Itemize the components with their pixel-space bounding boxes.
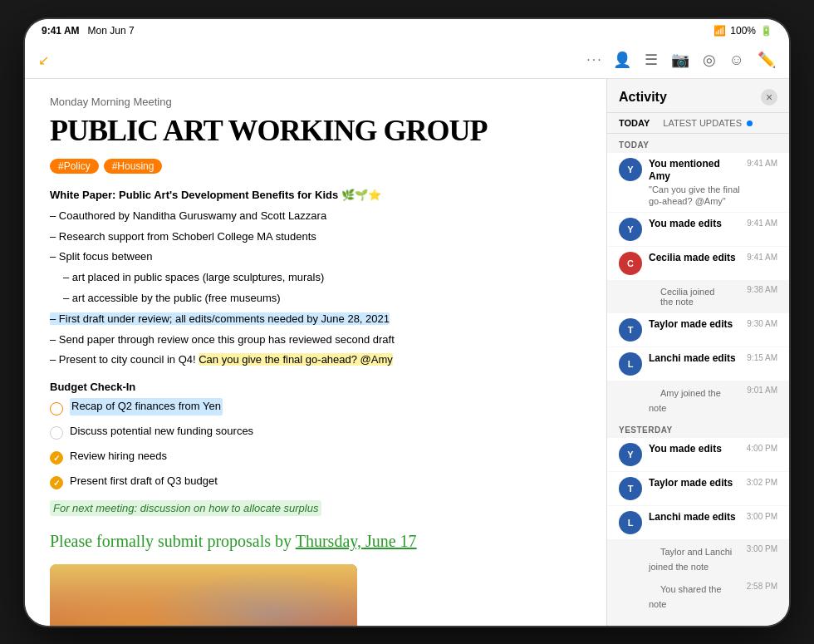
activity-text-taylor-edits-y: Taylor made edits [649,477,740,490]
camera-icon[interactable]: 📷 [671,51,689,69]
amy-join-text: Amy joined the note [649,386,721,415]
avatar-you-0: Y [619,158,642,181]
status-bar: 9:41 AM Mon Jun 7 📶 100% 🔋 [25,19,789,42]
wp-after-0: – Send paper through review once this gr… [50,332,581,349]
collaborators-icon[interactable]: 👤 [613,51,631,69]
activity-time-1: 9:41 AM [747,219,777,228]
activity-item-you-edits: Y You made edits 9:41 AM [607,213,789,246]
wp-item-4: – art accessible by the public (free mus… [50,290,581,307]
tablet-screen: 9:41 AM Mon Jun 7 📶 100% 🔋 ↙ ··· 👤 ☰ 📷 ◎… [25,19,789,626]
toolbar: ↙ ··· 👤 ☰ 📷 ◎ ☺ ✏️ [25,42,789,79]
wp-item-0: – Coauthored by Nanditha Guruswamy and S… [50,208,581,225]
note-title: Public Art Working Group [50,115,581,148]
activity-time-y0: 4:00 PM [747,444,777,453]
activity-close-button[interactable]: × [761,89,777,106]
you-shared-time: 2:58 PM [747,582,777,591]
emoji-icon[interactable]: ☺ [729,52,744,69]
checklist-text-1: Discuss potential new funding sources [70,423,253,440]
amy-join-time: 9:01 AM [747,386,777,395]
activity-item-taylor-edits: T Taylor made edits 9:30 AM [607,313,789,347]
proposal-text: Please formally submit proposals by Thur… [50,529,581,553]
you-shared-text: You shared the note [649,582,722,612]
checkbox-1[interactable] [50,426,63,440]
avatar-lanchi-0: L [619,352,642,376]
activity-you-shared: You shared the note 2:58 PM [607,578,789,614]
note-content[interactable]: Monday Morning Meeting Public Art Workin… [25,79,606,626]
activity-time-0: 9:41 AM [747,159,777,168]
markup-icon[interactable]: ◎ [703,51,716,69]
avatar-you-y: Y [619,443,642,466]
activity-header: Activity × [607,79,789,113]
activity-text-mentioned: You mentioned Amy [649,158,740,184]
activity-title: Activity [619,90,667,105]
wp-after-1-text: – Present to city council in Q4! [50,353,199,366]
activity-item-mentioned: Y You mentioned Amy "Can you give the fi… [607,153,789,213]
activity-text-taylor-edits: Taylor made edits [649,318,740,332]
taylor-lanchi-join-time: 3:00 PM [747,544,777,553]
wp-item-2: – Split focus between [50,248,581,266]
avatar-taylor-y: T [619,477,642,500]
avatar-you-1: Y [619,218,642,241]
note-image [50,564,357,625]
section-today: TODAY [607,134,789,153]
wp-item-1: – Research support from Schoberl College… [50,229,581,246]
activity-cecilia-joined: Cecilia joined the note 9:38 AM [607,281,789,312]
tab-latest-updates[interactable]: LATEST UPDATES [663,118,753,128]
checkbox-0[interactable] [50,402,63,415]
activity-list[interactable]: TODAY Y You mentioned Amy "Can you give … [607,134,789,626]
activity-taylor-lanchi-joined: Taylor and Lanchi joined the note 3:00 P… [607,540,789,577]
status-time: 9:41 AM [42,25,80,37]
activity-item-taylor-edits-y: T Taylor made edits 3:02 PM [607,472,789,505]
checklist-icon[interactable]: ☰ [645,51,658,69]
tablet-frame: 9:41 AM Mon Jun 7 📶 100% 🔋 ↙ ··· 👤 ☰ 📷 ◎… [25,19,789,626]
status-right: 📶 100% 🔋 [713,25,772,37]
proposal-date: Thursday, June 17 [296,532,417,550]
more-options-button[interactable]: ··· [586,52,602,67]
activity-sub-mentioned: "Can you give the final go-ahead? @Amy" [649,184,740,208]
avatar-taylor-0: T [619,318,642,342]
checklist-text-2: Review hiring needs [70,448,167,465]
toolbar-icons: 👤 ☰ 📷 ◎ ☺ ✏️ [613,51,776,69]
cecilia-join-time: 9:38 AM [747,285,777,294]
wp-item-3: – art placed in public spaces (large scu… [50,269,581,287]
avatar-lanchi-y: L [619,511,642,534]
activity-amy-joined: Amy joined the note 9:01 AM [607,381,789,418]
activity-panel: Activity × TODAY LATEST UPDATES TODAY [606,79,789,626]
collapse-icon[interactable]: ↙ [38,52,49,68]
content-area: Monday Morning Meeting Public Art Workin… [25,79,789,626]
checkbox-2[interactable] [50,451,63,465]
battery-icon: 🔋 [760,25,772,37]
white-paper-heading: White Paper: Public Art's Development Be… [50,187,581,204]
activity-time-3: 9:30 AM [747,319,777,328]
status-date: Mon Jun 7 [88,25,135,37]
tab-today[interactable]: TODAY [619,118,650,128]
activity-tabs: TODAY LATEST UPDATES [607,113,789,134]
avatar-cecilia-0: C [619,252,642,275]
activity-text-lanchi-edits: Lanchi made edits [649,352,740,366]
activity-item-lanchi-edits: L Lanchi made edits 9:15 AM [607,347,789,381]
checkbox-3[interactable] [50,476,63,489]
yellow-highlight: Can you give the final go-ahead? @Amy [199,353,393,366]
activity-text-you-edits: You made edits [649,218,740,231]
next-meeting-note: For next meeting: discussion on how to a… [50,497,581,516]
meeting-label: Monday Morning Meeting [50,96,581,108]
checklist-item-2: Review hiring needs [50,448,581,469]
edit-icon[interactable]: ✏️ [758,51,776,69]
tag-policy[interactable]: #Policy [50,159,99,174]
wp-after-1: – Present to city council in Q4! Can you… [50,351,581,369]
activity-time-2: 9:41 AM [747,253,777,262]
tag-housing[interactable]: #Housing [104,159,163,174]
activity-text-cecilia-edits: Cecilia made edits [649,252,740,265]
tags-row: #Policy #Housing [50,159,581,174]
budget-section: Budget Check-In Recap of Q2 finances fro… [50,381,581,553]
activity-item-cecilia-edits: C Cecilia made edits 9:41 AM [607,247,789,280]
activity-time-y2: 3:00 PM [747,512,777,521]
taylor-lanchi-join-text: Taylor and Lanchi joined the note [649,544,732,574]
next-meeting-text: For next meeting: discussion on how to a… [50,500,321,516]
highlight-blue-text: – First draft under review; all edits/co… [50,312,390,325]
activity-time-y1: 3:02 PM [747,478,777,487]
section-yesterday: YESTERDAY [607,419,789,438]
battery-indicator: 100% [730,25,756,37]
activity-text-you-edits-y: You made edits [649,443,740,456]
checklist-item-3: Present first draft of Q3 budget [50,473,581,494]
